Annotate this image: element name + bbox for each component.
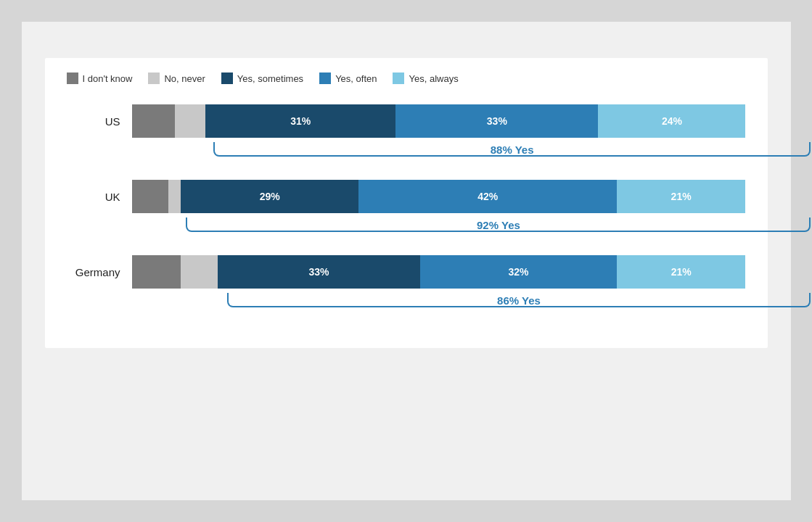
yes-label-us: 88% Yes: [491, 144, 534, 156]
legend-item-no-never: No, never: [148, 72, 205, 84]
bar-segment-germany-dont-know: [132, 255, 181, 289]
bar-row-uk: UK29%42%21%: [67, 180, 746, 213]
bar-segment-uk-always: 21%: [617, 180, 746, 213]
legend-label-always: Yes, always: [409, 73, 458, 84]
legend-swatch-dont-know: [67, 72, 78, 84]
yes-bracket-germany: 86% Yes: [227, 293, 811, 313]
bar-segment-uk-sometimes: 29%: [181, 180, 358, 213]
yes-label-uk: 92% Yes: [477, 219, 520, 231]
bar-row-us: US31%33%24%: [67, 104, 746, 138]
bar-segment-uk-dont-know: [132, 180, 169, 213]
legend-label-no-never: No, never: [164, 73, 205, 84]
country-label-uk: UK: [67, 191, 132, 203]
chart-area: I don't know No, never Yes, sometimes Ye…: [45, 58, 768, 348]
bar-segment-uk-often: 42%: [358, 180, 616, 213]
legend-label-sometimes: Yes, sometimes: [237, 73, 303, 84]
bar-segment-us-dont-know: [132, 104, 175, 138]
country-label-us: US: [67, 115, 132, 128]
bar-segment-germany-often: 32%: [420, 255, 617, 289]
yes-bracket-uk: 92% Yes: [186, 218, 811, 238]
legend-swatch-always: [393, 72, 404, 84]
legend: I don't know No, never Yes, sometimes Ye…: [67, 72, 746, 84]
card: I don't know No, never Yes, sometimes Ye…: [22, 22, 791, 500]
bar-segment-us-often: 33%: [395, 104, 598, 138]
yes-row-uk: 92% Yes: [67, 218, 746, 238]
row-group-germany: Germany33%32%21%86% Yes: [67, 255, 746, 313]
row-group-us: US31%33%24%88% Yes: [67, 104, 746, 162]
chart-rows: US31%33%24%88% YesUK29%42%21%92% YesGerm…: [67, 104, 746, 331]
bar-segment-germany-no-never: [181, 255, 218, 289]
bar-container-germany: 33%32%21%: [132, 255, 746, 289]
country-label-germany: Germany: [67, 266, 132, 278]
legend-item-sometimes: Yes, sometimes: [221, 72, 303, 84]
bar-segment-germany-always: 21%: [617, 255, 746, 289]
bar-segment-uk-no-never: [168, 180, 181, 213]
yes-bracket-us: 88% Yes: [213, 142, 811, 162]
yes-row-germany: 86% Yes: [67, 293, 746, 313]
bar-segment-us-sometimes: 31%: [205, 104, 395, 138]
legend-item-dont-know: I don't know: [67, 72, 133, 84]
bar-segment-germany-sometimes: 33%: [218, 255, 420, 289]
legend-label-often: Yes, often: [335, 73, 377, 84]
row-group-uk: UK29%42%21%92% Yes: [67, 180, 746, 238]
bar-container-us: 31%33%24%: [132, 104, 746, 138]
legend-item-always: Yes, always: [393, 72, 458, 84]
yes-row-us: 88% Yes: [67, 142, 746, 162]
legend-item-often: Yes, often: [319, 72, 377, 84]
bar-row-germany: Germany33%32%21%: [67, 255, 746, 289]
bar-container-uk: 29%42%21%: [132, 180, 746, 213]
bar-segment-us-no-never: [175, 104, 205, 138]
legend-swatch-often: [319, 72, 331, 84]
legend-swatch-sometimes: [221, 72, 233, 84]
yes-label-germany: 86% Yes: [497, 294, 541, 307]
legend-swatch-no-never: [148, 72, 160, 84]
legend-label-dont-know: I don't know: [83, 73, 133, 84]
bar-segment-us-always: 24%: [598, 104, 745, 138]
